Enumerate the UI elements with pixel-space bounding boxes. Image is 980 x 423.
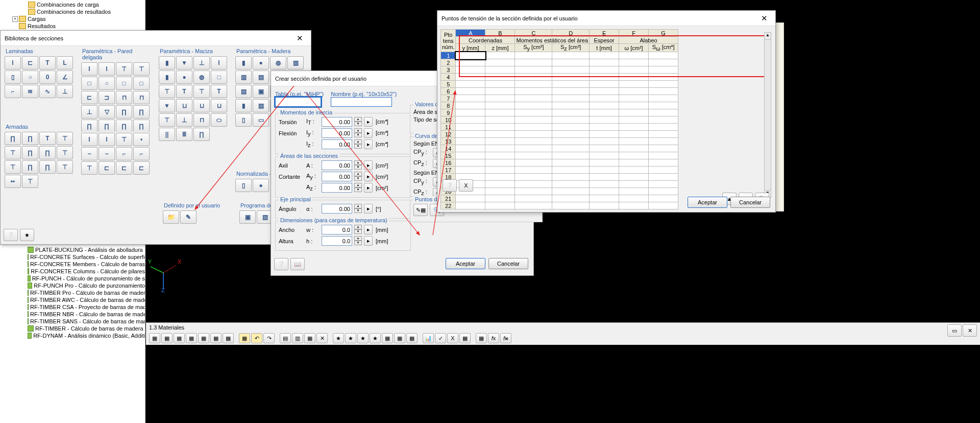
tb-btn-12[interactable]: ▥ (292, 333, 303, 343)
area-spinner-2[interactable]: ▲▼ (354, 183, 362, 193)
section-shape-button[interactable]: • (133, 133, 150, 146)
section-shape-button[interactable]: □ (81, 77, 97, 90)
tb-btn-15[interactable]: ★ (333, 333, 344, 343)
tb-btn-8[interactable]: ▦ (239, 333, 250, 343)
section-shape-button[interactable]: ∏ (39, 146, 56, 159)
section-shape-button[interactable]: ⌐ (5, 85, 21, 98)
section-shape-button[interactable]: ∠ (57, 70, 73, 84)
section-shape-button[interactable]: ▼ (176, 56, 192, 69)
tb-btn-25[interactable]: ▦ (459, 333, 471, 343)
area-spinner-0[interactable]: ▲▼ (354, 160, 362, 170)
section-shape-button[interactable]: ▤ (253, 99, 269, 112)
help-icon[interactable]: ❔ (274, 258, 288, 270)
section-shape-button[interactable]: □ (211, 70, 227, 84)
area-extra-2[interactable]: ▸ (364, 183, 373, 193)
section-shape-button[interactable]: ⌐ (116, 147, 132, 160)
section-shape-button[interactable]: ∏ (22, 132, 38, 145)
module-item[interactable]: RF-TIMBER CSA - Proyecto de barras de ma… (21, 303, 145, 311)
section-shape-button[interactable]: ∏ (39, 160, 56, 174)
stress-points-edit-button[interactable]: ✎▦ (413, 204, 428, 216)
section-shape-button[interactable]: I (99, 62, 115, 76)
section-shape-button[interactable]: ▤ (253, 70, 269, 84)
section-shape-button[interactable]: ∏ (5, 132, 21, 145)
area-input-1[interactable] (322, 172, 352, 181)
module-item[interactable]: RF-CONCRETE Columns - Cálculo de pilares (21, 268, 145, 275)
module-item[interactable]: RF-CONCRETE Members - Cálculo de barras (21, 261, 145, 268)
angulo-spinner[interactable]: ▲▼ (354, 204, 362, 214)
section-shape-button[interactable]: ⊏ (133, 161, 150, 175)
section-shape-button[interactable]: ⊥ (193, 56, 210, 69)
close-panel-icon[interactable]: ✕ (963, 324, 977, 337)
area-extra-1[interactable]: ▸ (364, 172, 373, 181)
section-shape-button[interactable]: ⊤ (22, 175, 38, 188)
section-shape-button[interactable]: ▯ (5, 70, 21, 84)
module-item[interactable]: RF-DYNAM - Análisis dinámico (Basic, Add… (21, 332, 145, 339)
section-shape-button[interactable]: ⊤ (133, 62, 150, 76)
tb-btn-2[interactable]: ▦ (161, 333, 173, 343)
momento-spinner-0[interactable]: ▲▼ (354, 117, 362, 127)
section-shape-button[interactable]: ▣ (253, 85, 269, 98)
section-shape-button[interactable]: ● (253, 56, 269, 69)
user-defined-open-button[interactable]: 📁 (163, 210, 179, 224)
tree-item[interactable]: Combinaciones de resultados (2, 8, 143, 15)
section-shape-button[interactable]: ⊥ (57, 85, 73, 98)
section-shape-button[interactable]: ⊤ (57, 132, 73, 145)
tb-btn-3[interactable]: ▦ (174, 333, 185, 343)
dim-spinner-0[interactable]: ▲▼ (354, 225, 362, 234)
section-shape-button[interactable]: ▽ (99, 105, 115, 119)
section-shape-button[interactable]: T (176, 85, 192, 98)
section-shape-button[interactable]: ▮ (159, 56, 175, 69)
tabla-input[interactable] (275, 97, 321, 107)
section-shape-button[interactable]: ⊤ (81, 161, 97, 175)
tb-btn-16[interactable]: ★ (345, 333, 356, 343)
tb-btn-1[interactable]: ▦ (149, 333, 160, 343)
tb-btn-9[interactable]: ↶ (251, 333, 262, 343)
section-shape-button[interactable]: ⊔ (176, 99, 192, 112)
module-item[interactable]: RF-PUNCH Pro - Cálculo de punzonamiento (21, 282, 145, 289)
section-shape-button[interactable]: ● (176, 70, 192, 84)
section-shape-button[interactable]: ⊤ (159, 113, 175, 127)
tb-fx-clear-icon[interactable]: fx̶ (500, 333, 511, 343)
section-shape-button[interactable]: ⊔ (193, 99, 210, 112)
section-shape-button[interactable]: ▯ (235, 179, 252, 192)
section-shape-button[interactable]: ⊤ (57, 160, 73, 174)
section-shape-button[interactable]: ∏ (81, 120, 97, 133)
section-shape-button[interactable]: ⊓ (133, 91, 150, 104)
module-item[interactable]: RF-TIMBER AWC - Cálculo de barras de mad… (21, 296, 145, 303)
section-shape-button[interactable]: T (211, 85, 227, 98)
section-shape-button[interactable]: ⊤ (116, 133, 132, 146)
dim-extra-0[interactable]: ▸ (364, 225, 373, 234)
section-shape-button[interactable]: □ (133, 77, 150, 90)
tb-btn-6[interactable]: ▦ (210, 333, 222, 343)
module-item[interactable]: RF-TIMBER SANS - Cálculo de barras de ma… (21, 318, 145, 325)
section-shape-button[interactable]: ∏ (193, 128, 210, 141)
tb-btn-18[interactable]: ★ (370, 333, 381, 343)
module-item[interactable]: RF-PUNCH - Cálculo de punzonamiento de s (21, 275, 145, 282)
tb-btn-10[interactable]: ↷ (263, 333, 275, 343)
dim-input-0[interactable] (322, 225, 352, 234)
tb-btn-21[interactable]: ▦ (406, 333, 418, 343)
section-shape-button[interactable]: I (211, 56, 227, 69)
section-shape-button[interactable]: || (159, 128, 175, 141)
area-extra-0[interactable]: ▸ (364, 160, 373, 170)
tb-btn-7[interactable]: ▦ (223, 333, 234, 343)
module-item[interactable]: RF-TIMBER Pro - Cálculo de barras de mad… (21, 289, 145, 296)
section-shape-button[interactable]: ⊏ (81, 91, 97, 104)
section-shape-button[interactable]: ⊤ (159, 85, 175, 98)
tree-item[interactable]: +Cargas (2, 15, 143, 22)
cancelar-button[interactable]: Cancelar (488, 258, 528, 269)
tb-fx-icon[interactable]: fx (488, 333, 499, 343)
aceptar-button[interactable]: Aceptar (446, 258, 485, 269)
section-shape-button[interactable]: ∏ (116, 105, 132, 119)
section-shape-button[interactable]: ◍ (193, 70, 210, 84)
momento-extra-2[interactable]: ▸ (364, 139, 373, 149)
table-scrollbar[interactable]: ▲ ▼ (764, 32, 771, 198)
tb-btn-22[interactable]: 📊 (423, 333, 434, 343)
info-icon[interactable]: 📖 (290, 258, 305, 270)
section-shape-button[interactable]: ▼ (159, 99, 175, 112)
section-shape-button[interactable]: ∿ (39, 85, 56, 98)
section-shape-button[interactable]: ∏ (116, 120, 132, 133)
section-shape-button[interactable]: − (81, 147, 97, 160)
tb-btn-23[interactable]: ✓ (435, 333, 446, 343)
section-shape-button[interactable]: T (39, 132, 56, 145)
